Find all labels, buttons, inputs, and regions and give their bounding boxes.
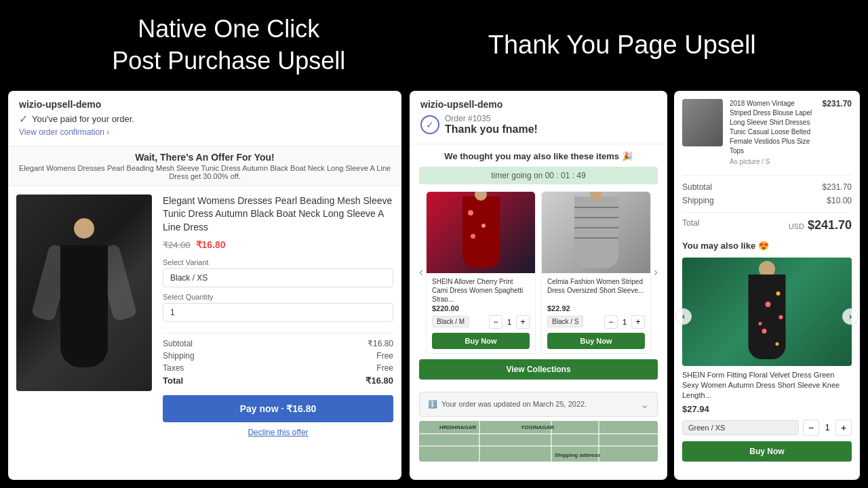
yml-prev-button[interactable]: ‹ [675,308,692,325]
carousel-items: SHEIN Allover Cherry Print Cami Dress Wo… [426,191,651,354]
taxes-label: Taxes [163,363,184,373]
total-line: Total ₹16.80 [163,375,393,386]
qty-plus-2[interactable]: + [631,315,645,329]
carousel-info-1: SHEIN Allover Cherry Print Cami Dress Wo… [427,273,535,353]
subtotal-label: Subtotal [163,339,193,348]
yml-qty-ctrl: − 1 + [803,420,852,436]
product-details: Elegant Womens Dresses Pearl Beading Mes… [163,195,393,438]
right-panel: wizio-upsell-demo ✓ Order #1035 Thank yo… [410,91,860,480]
offer-banner: Wait, There's An Offer For You! Elegant … [8,146,401,186]
summary-shipping-label: Shipping [682,196,714,205]
qty-val-1: 1 [504,318,515,326]
shipping-address-label: Shipping address [555,452,600,458]
carousel-info-2: Celmia Fashion Women Striped Dress Overs… [542,273,650,353]
map-grid: HRISHNAGAR YOGINAGAR Shipping address [419,421,658,462]
dress-figure [54,218,115,367]
price-breakdown: Subtotal ₹16.80 Shipping Free Taxes Free… [163,333,393,386]
yml-variant: Green / XS [682,420,799,435]
offer-subtitle: Elegant Womens Dresses Pearl Beading Mes… [16,164,393,180]
header-left-line2: Post Purchase Upsell [112,45,345,77]
carousel-prev-button[interactable]: ‹ [419,265,423,279]
carousel-controls-2: Black / S − 1 + [547,315,645,329]
offer-discount: get 30.00% off. [191,172,241,180]
summary-subtotal-label: Subtotal [682,182,712,192]
ty-header: wizio-upsell-demo ✓ Order #1035 Thank yo… [410,91,667,144]
upsell-header: We thought you may also like these items… [419,151,658,161]
total-value: ₹16.80 [366,375,393,386]
yml-qty-plus[interactable]: + [835,420,852,436]
price-row: ₹24.00 ₹16.80 [163,239,393,250]
qty-minus-1[interactable]: − [489,315,502,329]
thank-you-text: Thank you fname! [445,123,538,136]
price-original: ₹24.00 [163,240,191,250]
yml-qty-val: 1 [822,423,833,432]
order-product-text: 2018 Women Vintage Striped Dress Blouse … [730,99,816,167]
subtotal-line: Subtotal ₹16.80 [163,339,393,348]
thank-you-panel: wizio-upsell-demo ✓ Order #1035 Thank yo… [410,91,667,480]
order-product-img-inner [682,99,723,146]
total-label: Total [163,375,183,386]
buy-now-btn-1[interactable]: Buy Now [432,333,530,349]
left-panel-header: wizio-upsell-demo ✓ You've paid for your… [8,91,401,146]
carousel-img-2 [542,192,650,273]
yml-next-button[interactable]: › [842,308,859,325]
order-product-price: $231.70 [823,99,852,167]
carousel-controls-1: Black / M − 1 + [432,315,530,329]
shipping-value: Free [376,351,393,361]
qty-ctrl-2: − 1 + [604,315,645,329]
shipping-label: Shipping [163,351,195,361]
carousel-price-1: $220.00 [432,304,530,312]
view-collections-button[interactable]: View Collections [419,359,658,380]
qty-select[interactable]: 1 [163,303,393,322]
info-icon: ℹ️ [428,400,437,409]
ty-order-row: ✓ Order #1035 Thank you fname! [420,114,656,136]
ty-shop-name: wizio-upsell-demo [420,99,656,110]
decline-link[interactable]: Decline this offer [163,428,393,437]
floral-dress [740,261,794,363]
order-confirm-row: ✓ You've paid for your order. [19,113,391,125]
yml-qty-minus[interactable]: − [803,420,819,436]
summary-shipping-value: $10.00 [827,196,852,205]
view-order-link[interactable]: View order confirmation › [19,127,109,137]
carousel-product-name-2: Celmia Fashion Women Striped Dress Overs… [547,277,645,302]
price-sale: ₹16.80 [196,239,226,250]
paid-text: You've paid for your order. [32,114,134,124]
summary-subtotal-value: $231.70 [823,182,852,192]
carousel-price-2: $22.92 [547,304,645,312]
yml-product-price: $27.94 [682,404,852,414]
ty-check-icon: ✓ [420,115,439,134]
left-shop-name: wizio-upsell-demo [19,99,391,110]
variant-label: Select Variant [163,258,393,266]
yml-product-image [682,258,852,366]
dress-body [60,245,108,367]
product-area: Elegant Womens Dresses Pearl Beading Mes… [8,186,401,446]
page-header: Native One Click Post Purchase Upsell Th… [0,0,868,91]
main-content: wizio-upsell-demo ✓ You've paid for your… [0,91,868,488]
offer-title: Wait, There's An Offer For You! [16,152,393,163]
yml-buy-button[interactable]: Buy Now [682,441,852,462]
carousel-next-button[interactable]: › [654,265,658,279]
qty-plus-1[interactable]: + [516,315,530,329]
buy-now-btn-2[interactable]: Buy Now [547,333,645,349]
subtotal-value: ₹16.80 [368,339,393,348]
chevron-down-icon[interactable]: ⌄ [640,398,649,411]
header-left-line1: Native One Click [112,14,345,45]
carousel-item-1: SHEIN Allover Cherry Print Cami Dress Wo… [426,191,536,354]
product-image [16,195,152,391]
paid-check-icon: ✓ [19,113,28,125]
yml-controls: Green / XS − 1 + [682,420,852,436]
order-product-image [682,99,723,146]
shipping-line: Shipping Free [163,351,393,361]
qty-val-2: 1 [619,318,630,326]
order-product-name: 2018 Women Vintage Striped Dress Blouse … [730,99,816,156]
pay-now-button[interactable]: Pay now · ₹16.80 [163,395,393,422]
total-amount: $241.70 [808,218,852,232]
qty-ctrl-1: − 1 + [489,315,530,329]
left-panel: wizio-upsell-demo ✓ You've paid for your… [8,91,401,480]
order-summary-panel: 2018 Women Vintage Striped Dress Blouse … [674,91,860,480]
qty-minus-2[interactable]: − [604,315,618,329]
summary-shipping: Shipping $10.00 [682,196,852,205]
order-product-variant: As picture / S [730,157,816,167]
variant-select[interactable]: Black / XS [163,268,393,287]
carousel-item-2: Celmia Fashion Women Striped Dress Overs… [541,191,651,354]
